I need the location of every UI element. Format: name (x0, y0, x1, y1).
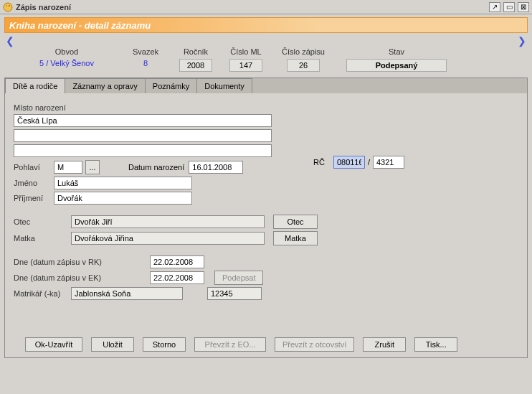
rc-part1-input[interactable] (333, 156, 365, 169)
meta-value-obvod[interactable]: 5 / Velký Šenov (39, 59, 94, 67)
matrikar-number-display (207, 287, 262, 300)
ulozit-button[interactable]: Uložit (91, 337, 134, 352)
label-matka: Matka (14, 234, 71, 243)
meta-label-svazek: Svazek (133, 47, 158, 56)
label-prijmeni: Příjmení (14, 194, 54, 202)
svg-point-0 (4, 3, 12, 11)
window-controls: ↗ ▭ ⊠ (489, 2, 529, 12)
close-icon[interactable]: ⊠ (518, 2, 529, 12)
meta-label-stav: Stav (389, 47, 404, 56)
label-matrikar: Matrikář (-ka) (14, 289, 71, 298)
tab-panel: Dítě a rodiče Záznamy a opravy Poznámky … (4, 78, 528, 358)
record-meta: Obvod 5 / Velký Šenov Svazek 8 Ročník 20… (4, 47, 528, 78)
footer-buttons: Ok-Uzavřít Uložit Storno Převzít z EO...… (5, 330, 527, 357)
label-dne-ek: Dne (datum zápisu v EK) (14, 273, 150, 282)
svg-point-2 (9, 5, 10, 6)
tisk-button[interactable]: Tisk... (414, 337, 457, 352)
tab-zaznamy-opravy[interactable]: Záznamy a opravy (65, 78, 145, 93)
window-titlebar: Zápis narození ↗ ▭ ⊠ (0, 0, 532, 14)
page-title: Kniha narození - detail záznamu (4, 17, 528, 33)
meta-value-cisloml: 147 (229, 59, 262, 72)
maximize-icon[interactable]: ▭ (503, 2, 515, 12)
dne-ek-input[interactable] (150, 271, 204, 284)
misto-narozeni-2-input[interactable] (14, 129, 272, 142)
dne-rk-input[interactable] (150, 255, 204, 268)
rc-part2-input[interactable] (373, 156, 404, 169)
jmeno-input[interactable] (54, 177, 192, 189)
label-otec: Otec (14, 217, 71, 226)
window-title: Zápis narození (16, 3, 489, 11)
prev-record-arrow-icon[interactable]: ❮ (4, 36, 16, 46)
meta-value-cislozapisu: 26 (287, 59, 320, 72)
matka-display (71, 232, 265, 245)
label-datum-narozeni: Datum narození (128, 163, 184, 172)
misto-narozeni-3-input[interactable] (14, 144, 272, 157)
meta-value-svazek[interactable]: 8 (143, 59, 148, 67)
matrikar-name-display (71, 287, 183, 300)
svg-point-1 (6, 5, 7, 6)
misto-narozeni-1-input[interactable] (14, 114, 272, 127)
otec-display (71, 215, 265, 228)
label-jmeno: Jméno (14, 179, 54, 187)
tabs: Dítě a rodiče Záznamy a opravy Poznámky … (5, 78, 527, 93)
meta-value-rocnik: 2008 (179, 59, 212, 72)
label-dne-rk: Dne (datum zápisu v RK) (14, 258, 150, 266)
record-nav: ❮ ❯ (4, 36, 528, 46)
detach-window-icon[interactable]: ↗ (489, 2, 500, 12)
app-icon (3, 2, 13, 12)
prijmeni-input[interactable] (54, 192, 192, 205)
zrusit-button[interactable]: Zrušit (363, 337, 406, 352)
podepsat-button: Podepsat (214, 271, 263, 285)
pohlavi-lookup-button[interactable]: ... (85, 160, 100, 174)
label-rc: RČ (313, 158, 325, 166)
meta-label-cislozapisu: Číslo zápisu (282, 47, 325, 56)
otec-button[interactable]: Otec (273, 215, 318, 229)
rc-group: RČ / (313, 156, 404, 169)
next-record-arrow-icon[interactable]: ❯ (516, 36, 528, 46)
meta-label-obvod: Obvod (55, 47, 78, 56)
tab-body: Místo narození Pohlaví ... Datum narozen… (5, 93, 527, 330)
label-pohlavi: Pohlaví (14, 163, 54, 172)
ok-uzavrit-button[interactable]: Ok-Uzavřít (25, 337, 82, 352)
meta-label-cisloml: Číslo ML (230, 47, 261, 56)
storno-button[interactable]: Storno (143, 337, 186, 352)
pohlavi-input[interactable] (54, 161, 82, 174)
tab-poznamky[interactable]: Poznámky (145, 78, 197, 93)
tab-dite-rodice[interactable]: Dítě a rodiče (5, 78, 65, 93)
prevzit-otcovstvi-button: Převzít z otcovství (275, 337, 354, 352)
rc-separator: / (368, 158, 370, 166)
matka-button[interactable]: Matka (273, 231, 318, 245)
datum-narozeni-input[interactable] (189, 161, 243, 174)
meta-label-rocnik: Ročník (184, 47, 208, 56)
prevzit-eo-button: Převzít z EO... (194, 337, 266, 352)
tab-dokumenty[interactable]: Dokumenty (196, 78, 252, 93)
meta-value-stav: Podepsaný (346, 59, 447, 72)
label-misto-narozeni: Místo narození (14, 103, 66, 112)
